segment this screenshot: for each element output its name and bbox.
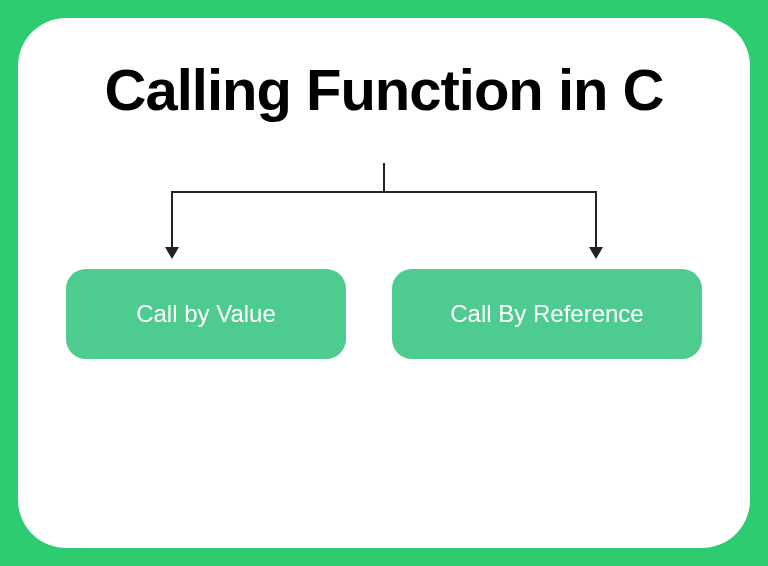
connector-stem [383, 163, 385, 191]
node-label: Call By Reference [450, 300, 643, 328]
connector-vright [595, 191, 597, 251]
node-call-by-reference: Call By Reference [392, 269, 702, 359]
arrowhead-right-icon [589, 247, 603, 259]
tree-diagram: Call by Value Call By Reference [58, 163, 710, 359]
node-call-by-value: Call by Value [66, 269, 346, 359]
diagram-card: Calling Function in C Call by Value Call… [18, 18, 750, 548]
arrowhead-left-icon [165, 247, 179, 259]
node-row: Call by Value Call By Reference [58, 269, 710, 359]
connector-vleft [171, 191, 173, 251]
node-label: Call by Value [136, 300, 276, 328]
page-title: Calling Function in C [58, 56, 710, 123]
connector-hbar [171, 191, 597, 193]
connector-lines [58, 163, 710, 263]
